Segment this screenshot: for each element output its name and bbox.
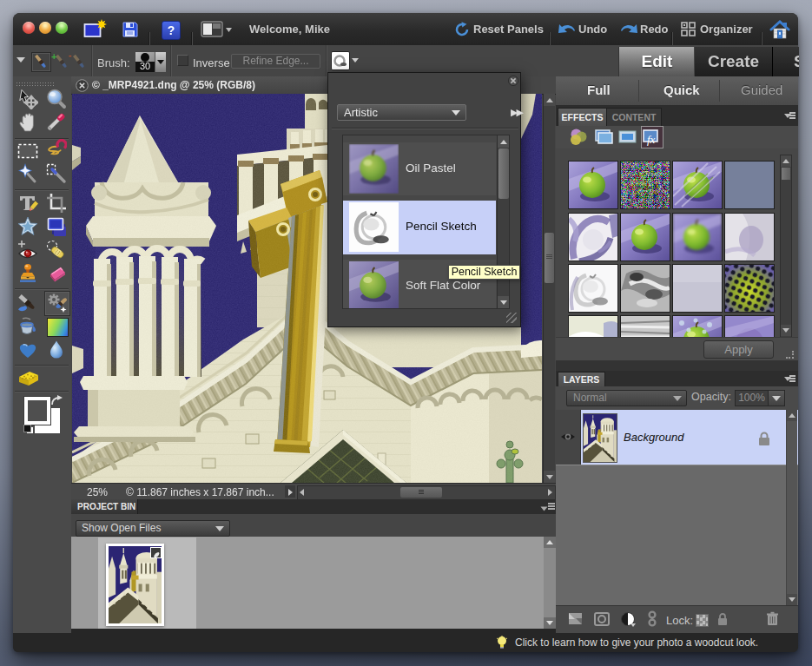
svg-text:fx: fx	[647, 133, 656, 146]
